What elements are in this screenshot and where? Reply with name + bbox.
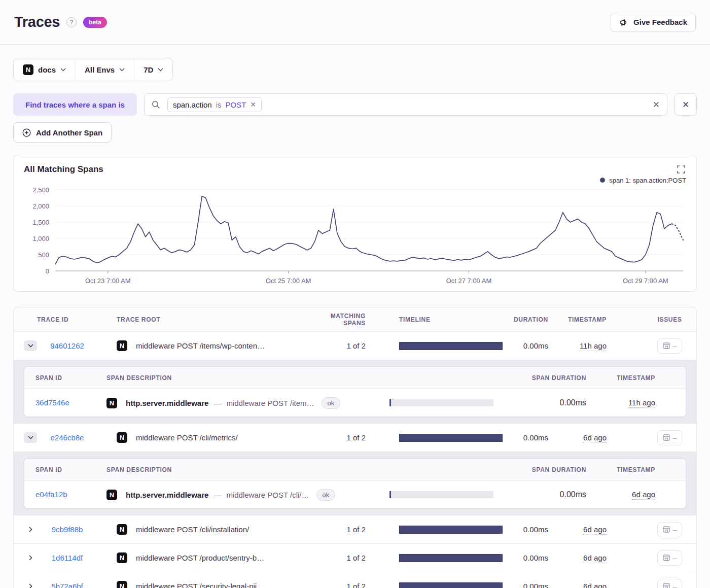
trace-id-link[interactable]: 1d6114df (37, 554, 97, 562)
expand-trace-button[interactable] (24, 555, 37, 561)
span-query-row: Find traces where a span is span.action … (13, 93, 697, 116)
span-timeline-bar[interactable] (389, 491, 493, 498)
span-id-link[interactable]: 36d7546e (36, 398, 69, 407)
table-row-trace: 9cb9f88b N middleware POST /cli/installa… (14, 515, 696, 544)
fullscreen-icon[interactable] (676, 164, 686, 175)
timestamp-link[interactable]: 6d ago (583, 554, 607, 563)
col-span-timestamp: TIMESTAMP (586, 466, 655, 473)
svg-text:500: 500 (38, 251, 49, 259)
token-remove-icon[interactable]: ✕ (250, 101, 256, 108)
main-content: N docs All Envs 7D Find traces where a s… (0, 45, 710, 588)
expand-trace-button[interactable] (24, 583, 37, 588)
timeline-bar[interactable] (399, 582, 503, 588)
chevron-down-icon (28, 344, 33, 348)
give-feedback-button[interactable]: Give Feedback (611, 13, 696, 32)
span-table-header: SPAN ID SPAN DESCRIPTION SPAN DURATION T… (24, 459, 686, 481)
expand-trace-button[interactable] (24, 527, 37, 532)
duration-value: 0.00ms (503, 525, 548, 534)
span-timeline-bar[interactable] (389, 399, 493, 406)
trace-root-label: middleware POST /security-legal-pii… (136, 582, 264, 588)
filter-token-span-action[interactable]: span.action is POST ✕ (167, 97, 262, 112)
col-issues: ISSUES (657, 316, 682, 323)
nextjs-project-icon: N (117, 340, 127, 351)
svg-text:2,500: 2,500 (32, 186, 49, 194)
span-table-header: SPAN ID SPAN DESCRIPTION SPAN DURATION T… (24, 367, 686, 389)
issues-count-dash: – (673, 582, 677, 588)
col-span-description: SPAN DESCRIPTION (95, 466, 389, 473)
matching-spans-value: 1 of 2 (310, 582, 366, 588)
nextjs-project-icon: N (117, 524, 127, 535)
app-header: Traces ? beta Give Feedback (0, 0, 710, 45)
page-title: Traces (14, 14, 60, 30)
span-id-link[interactable]: e04fa12b (36, 490, 67, 499)
help-icon[interactable]: ? (66, 17, 77, 27)
span-timestamp-link[interactable]: 6d ago (632, 490, 655, 500)
trace-root-label: middleware POST /product/sentry-b… (136, 554, 264, 562)
duration-value: 0.00ms (503, 554, 548, 562)
legend-label: span 1: span.action:POST (609, 177, 686, 184)
remove-span-filter-button[interactable]: ✕ (674, 93, 697, 116)
environment-selector[interactable]: All Envs (75, 58, 134, 81)
span-search-input[interactable]: span.action is POST ✕ ✕ (144, 93, 667, 116)
timeline-bar[interactable] (399, 434, 503, 442)
issues-button[interactable]: – (657, 579, 682, 588)
timeline-bar[interactable] (399, 526, 503, 534)
project-selector[interactable]: N docs (14, 58, 75, 81)
span-description: middleware POST /item… (226, 399, 314, 407)
nextjs-project-icon: N (23, 64, 33, 75)
issue-icon (663, 434, 670, 441)
col-timestamp: TIMESTAMP (548, 316, 607, 323)
svg-text:1,000: 1,000 (32, 235, 49, 243)
col-span-description: SPAN DESCRIPTION (95, 374, 389, 382)
trace-id-link[interactable]: 94601262 (37, 341, 97, 350)
chevron-right-icon (29, 527, 32, 532)
svg-text:2,000: 2,000 (32, 202, 49, 210)
timeline-bar[interactable] (399, 342, 503, 350)
find-traces-label: Find traces where a span is (13, 93, 137, 116)
issues-button[interactable]: – (657, 338, 682, 354)
beta-badge: beta (83, 17, 107, 28)
issues-button[interactable]: – (657, 430, 682, 445)
duration-value: 0.00ms (503, 582, 548, 588)
span-timestamp-link[interactable]: 11h ago (628, 398, 655, 408)
issues-button[interactable]: – (657, 550, 682, 566)
clear-search-icon[interactable]: ✕ (653, 100, 660, 109)
collapse-trace-button[interactable] (24, 432, 37, 443)
table-row-trace: 5b72a6bf N middleware POST /security-leg… (14, 572, 696, 588)
expanded-span-section: SPAN ID SPAN DESCRIPTION SPAN DURATION T… (14, 452, 696, 515)
col-span-duration: SPAN DURATION (506, 466, 586, 473)
table-row-trace: e246cb8e N middleware POST /cli/metrics/… (14, 424, 696, 452)
collapse-trace-button[interactable] (24, 340, 37, 351)
issue-icon (663, 526, 670, 533)
add-another-span-button[interactable]: Add Another Span (13, 122, 112, 143)
timestamp-link[interactable]: 6d ago (583, 525, 607, 535)
chevron-down-icon (119, 68, 125, 72)
issue-icon (663, 555, 670, 561)
svg-text:Oct 23 7:00 AM: Oct 23 7:00 AM (85, 277, 131, 285)
trace-id-link[interactable]: e246cb8e (37, 433, 97, 442)
trace-id-link[interactable]: 9cb9f88b (37, 525, 97, 534)
all-matching-spans-panel: All Matching Spans span 1: span.action:P… (13, 155, 697, 292)
token-operator: is (216, 100, 222, 109)
legend-dot (600, 178, 605, 183)
matching-spans-value: 1 of 2 (310, 341, 366, 350)
span-op: http.server.middleware (126, 399, 208, 407)
search-icon (152, 100, 160, 109)
issues-button[interactable]: – (657, 522, 682, 537)
issues-count-dash: – (673, 526, 677, 534)
token-value: POST (226, 100, 246, 109)
plus-circle-icon (22, 128, 31, 137)
trace-root-label: middleware POST /cli/installation/ (136, 525, 249, 534)
timestamp-link[interactable]: 11h ago (580, 341, 607, 351)
span-description: middleware POST /cli/… (226, 491, 309, 499)
megaphone-icon (619, 18, 628, 26)
span-row: 36d7546e N http.server.middleware — midd… (24, 389, 686, 417)
timestamp-link[interactable]: 6d ago (583, 433, 607, 443)
timestamp-link[interactable]: 6d ago (583, 582, 607, 588)
span-duration-value: 0.00ms (506, 398, 586, 407)
timeline-bar[interactable] (399, 554, 503, 562)
nextjs-project-icon: N (106, 490, 117, 500)
span-status-badge: ok (316, 489, 336, 501)
trace-id-link[interactable]: 5b72a6bf (37, 582, 97, 588)
date-range-selector[interactable]: 7D (134, 58, 172, 81)
